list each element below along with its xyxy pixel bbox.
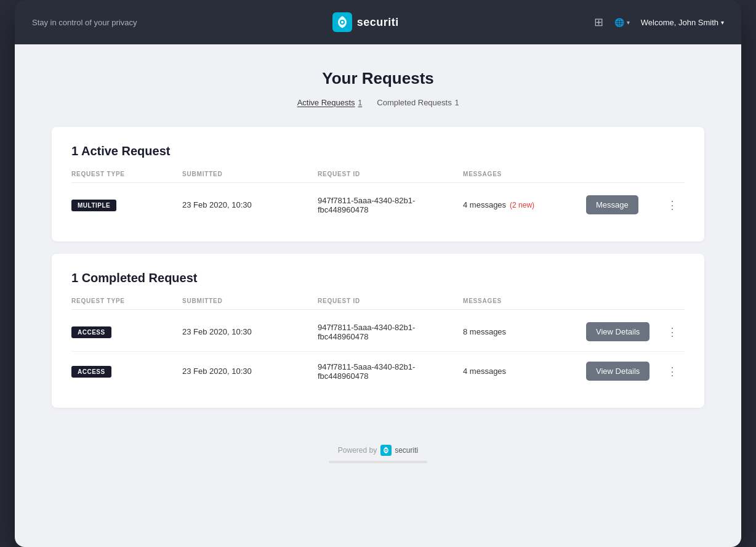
footer-logo: securiti bbox=[380, 445, 418, 456]
col-header-type-active: REQUEST TYPE bbox=[71, 171, 182, 177]
tab-active-requests[interactable]: Active Requests 1 bbox=[297, 98, 363, 107]
col-header-submitted-active: SUBMITTED bbox=[182, 171, 318, 177]
submitted-date: 23 Feb 2020, 10:30 bbox=[182, 327, 318, 336]
request-id: 947f7811-5aaa-4340-82b1-fbc448960478 bbox=[318, 323, 463, 341]
col-header-more-completed bbox=[660, 298, 685, 304]
completed-requests-count: 1 bbox=[455, 99, 459, 107]
view-details-button-2[interactable]: View Details bbox=[586, 362, 649, 381]
main-content: Your Requests Active Requests 1 Complete… bbox=[15, 44, 741, 547]
messages-cell: 4 messages (2 new) bbox=[463, 200, 586, 209]
lang-chevron: ▾ bbox=[627, 19, 630, 26]
more-options-icon[interactable]: ⋮ bbox=[660, 325, 685, 339]
globe-icon: 🌐 bbox=[614, 18, 624, 27]
active-requests-title: 1 Active Request bbox=[71, 144, 685, 158]
completed-table-header: REQUEST TYPE SUBMITTED REQUEST ID MESSAG… bbox=[71, 298, 685, 310]
col-header-more-active bbox=[660, 171, 685, 177]
col-header-submitted-completed: SUBMITTED bbox=[182, 298, 318, 304]
user-chevron: ▾ bbox=[721, 19, 724, 26]
col-header-action-active bbox=[586, 171, 660, 177]
active-requests-card: 1 Active Request REQUEST TYPE SUBMITTED … bbox=[52, 127, 704, 241]
type-badge-access-1: ACCESS bbox=[71, 326, 111, 338]
more-options-icon[interactable]: ⋮ bbox=[660, 198, 685, 212]
type-badge-multiple: MULTIPLE bbox=[71, 200, 116, 211]
submitted-date: 23 Feb 2020, 10:30 bbox=[182, 367, 318, 376]
completed-requests-label: Completed Requests bbox=[377, 98, 451, 107]
messages-count: 8 messages bbox=[463, 327, 506, 336]
messages-count: 4 messages bbox=[463, 367, 506, 376]
active-table-header: REQUEST TYPE SUBMITTED REQUEST ID MESSAG… bbox=[71, 171, 685, 183]
footer-brand-text: securiti bbox=[395, 446, 418, 455]
more-options-icon[interactable]: ⋮ bbox=[660, 365, 685, 378]
footer-logo-icon bbox=[380, 445, 392, 456]
privacy-tagline: Stay in control of your privacy bbox=[32, 18, 137, 27]
svg-point-5 bbox=[385, 450, 387, 451]
col-header-id-completed: REQUEST ID bbox=[318, 298, 463, 304]
col-header-id-active: REQUEST ID bbox=[318, 171, 463, 177]
request-type-badge-cell: ACCESS bbox=[71, 365, 182, 378]
scroll-indicator bbox=[329, 461, 427, 463]
tab-completed-requests[interactable]: Completed Requests 1 bbox=[377, 98, 459, 107]
col-header-action-completed bbox=[586, 298, 660, 304]
securiti-logo-icon bbox=[332, 12, 352, 32]
completed-requests-title: 1 Completed Request bbox=[71, 271, 685, 285]
powered-by-text: Powered by bbox=[338, 446, 377, 455]
col-header-type-completed: REQUEST TYPE bbox=[71, 298, 182, 304]
messages-count: 4 messages bbox=[463, 200, 506, 209]
type-badge-access-2: ACCESS bbox=[71, 366, 111, 378]
table-row: MULTIPLE 23 Feb 2020, 10:30 947f7811-5aa… bbox=[71, 185, 685, 224]
messages-cell: 4 messages bbox=[463, 367, 586, 376]
language-selector[interactable]: 🌐 ▾ bbox=[614, 18, 630, 27]
view-details-button-1[interactable]: View Details bbox=[586, 322, 649, 341]
new-messages-badge: (2 new) bbox=[510, 201, 534, 209]
submitted-date: 23 Feb 2020, 10:30 bbox=[182, 200, 318, 209]
tabs-row: Active Requests 1 Completed Requests 1 bbox=[52, 98, 704, 107]
col-header-messages-active: MESSAGES bbox=[463, 171, 586, 177]
message-button[interactable]: Message bbox=[586, 195, 638, 214]
top-navigation: Stay in control of your privacy securiti… bbox=[15, 0, 741, 44]
action-button-cell: View Details bbox=[586, 362, 660, 381]
table-row: ACCESS 23 Feb 2020, 10:30 947f7811-5aaa-… bbox=[71, 352, 685, 391]
action-button-cell: View Details bbox=[586, 322, 660, 341]
request-type-badge-cell: ACCESS bbox=[71, 326, 182, 338]
logo-text: securiti bbox=[357, 16, 399, 29]
logo-area: securiti bbox=[332, 12, 399, 32]
top-bar-right: ⊞ 🌐 ▾ Welcome, John Smith ▾ bbox=[594, 15, 724, 29]
messages-cell: 8 messages bbox=[463, 327, 586, 336]
active-requests-count: 1 bbox=[358, 99, 363, 107]
table-row: ACCESS 23 Feb 2020, 10:30 947f7811-5aaa-… bbox=[71, 312, 685, 352]
browser-frame: Stay in control of your privacy securiti… bbox=[15, 0, 741, 547]
action-button-cell: Message bbox=[586, 195, 660, 214]
page-title: Your Requests bbox=[52, 69, 704, 88]
request-id: 947f7811-5aaa-4340-82b1-fbc448960478 bbox=[318, 362, 463, 381]
footer: Powered by securiti bbox=[52, 432, 704, 456]
completed-requests-card: 1 Completed Request REQUEST TYPE SUBMITT… bbox=[52, 254, 704, 408]
request-id: 947f7811-5aaa-4340-82b1-fbc448960478 bbox=[318, 196, 463, 214]
active-requests-label: Active Requests bbox=[297, 98, 355, 107]
request-type-badge-cell: MULTIPLE bbox=[71, 199, 182, 211]
grid-icon[interactable]: ⊞ bbox=[594, 15, 603, 29]
user-menu[interactable]: Welcome, John Smith ▾ bbox=[641, 18, 724, 27]
col-header-messages-completed: MESSAGES bbox=[463, 298, 586, 304]
svg-point-2 bbox=[341, 21, 344, 23]
